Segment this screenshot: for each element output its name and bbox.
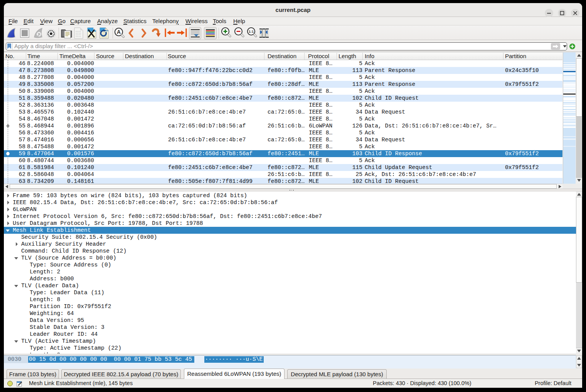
svg-text:1:1: 1:1 xyxy=(249,30,254,34)
svg-text:0111: 0111 xyxy=(76,35,81,38)
svg-text:A: A xyxy=(117,29,121,35)
